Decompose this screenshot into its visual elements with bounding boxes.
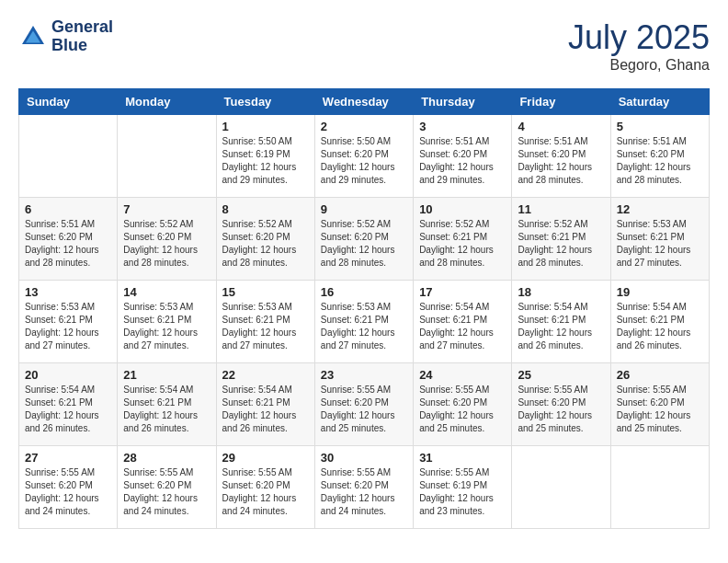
calendar-cell: 22Sunrise: 5:54 AM Sunset: 6:21 PM Dayli…: [216, 363, 314, 446]
title-block: July 2025 Begoro, Ghana: [568, 18, 710, 74]
calendar-cell: 25Sunrise: 5:55 AM Sunset: 6:20 PM Dayli…: [512, 363, 610, 446]
day-number: 9: [321, 202, 407, 216]
calendar-cell: [118, 115, 216, 198]
day-info: Sunrise: 5:53 AM Sunset: 6:21 PM Dayligh…: [123, 301, 210, 352]
calendar-body: 1Sunrise: 5:50 AM Sunset: 6:19 PM Daylig…: [19, 115, 710, 529]
day-number: 26: [617, 368, 703, 382]
day-info: Sunrise: 5:54 AM Sunset: 6:21 PM Dayligh…: [25, 384, 111, 435]
calendar: SundayMondayTuesdayWednesdayThursdayFrid…: [18, 88, 710, 529]
day-info: Sunrise: 5:54 AM Sunset: 6:21 PM Dayligh…: [518, 301, 604, 352]
day-info: Sunrise: 5:50 AM Sunset: 6:20 PM Dayligh…: [321, 135, 407, 187]
calendar-cell: 5Sunrise: 5:51 AM Sunset: 6:20 PM Daylig…: [610, 115, 709, 198]
day-number: 18: [518, 285, 604, 299]
day-info: Sunrise: 5:51 AM Sunset: 6:20 PM Dayligh…: [25, 218, 111, 270]
day-info: Sunrise: 5:53 AM Sunset: 6:21 PM Dayligh…: [321, 301, 407, 352]
calendar-cell: 8Sunrise: 5:52 AM Sunset: 6:20 PM Daylig…: [216, 198, 314, 281]
day-info: Sunrise: 5:53 AM Sunset: 6:21 PM Dayligh…: [617, 218, 703, 270]
calendar-cell: 14Sunrise: 5:53 AM Sunset: 6:21 PM Dayli…: [118, 281, 216, 363]
calendar-week-row: 6Sunrise: 5:51 AM Sunset: 6:20 PM Daylig…: [19, 198, 710, 281]
day-number: 29: [222, 451, 309, 465]
day-info: Sunrise: 5:52 AM Sunset: 6:20 PM Dayligh…: [321, 218, 407, 270]
calendar-cell: 28Sunrise: 5:55 AM Sunset: 6:20 PM Dayli…: [118, 446, 216, 529]
day-info: Sunrise: 5:53 AM Sunset: 6:21 PM Dayligh…: [222, 301, 309, 352]
weekday-header: Monday: [118, 89, 216, 115]
day-number: 14: [123, 285, 210, 299]
weekday-header: Saturday: [610, 89, 709, 115]
logo-text: General Blue: [51, 18, 113, 55]
day-number: 5: [617, 120, 703, 133]
day-info: Sunrise: 5:52 AM Sunset: 6:21 PM Dayligh…: [518, 218, 604, 270]
day-number: 28: [123, 451, 210, 465]
calendar-cell: 10Sunrise: 5:52 AM Sunset: 6:21 PM Dayli…: [414, 198, 512, 281]
calendar-week-row: 13Sunrise: 5:53 AM Sunset: 6:21 PM Dayli…: [19, 281, 710, 363]
calendar-cell: 4Sunrise: 5:51 AM Sunset: 6:20 PM Daylig…: [512, 115, 610, 198]
day-info: Sunrise: 5:54 AM Sunset: 6:21 PM Dayligh…: [419, 301, 506, 352]
calendar-cell: 6Sunrise: 5:51 AM Sunset: 6:20 PM Daylig…: [19, 198, 118, 281]
day-info: Sunrise: 5:54 AM Sunset: 6:21 PM Dayligh…: [617, 301, 703, 352]
logo: General Blue: [18, 18, 113, 55]
day-info: Sunrise: 5:54 AM Sunset: 6:21 PM Dayligh…: [123, 384, 210, 435]
calendar-cell: [19, 115, 118, 198]
month-title: July 2025: [568, 18, 710, 57]
day-number: 21: [123, 368, 210, 382]
day-number: 13: [25, 285, 111, 299]
day-info: Sunrise: 5:51 AM Sunset: 6:20 PM Dayligh…: [419, 135, 506, 187]
calendar-week-row: 1Sunrise: 5:50 AM Sunset: 6:19 PM Daylig…: [19, 115, 710, 198]
weekday-header-row: SundayMondayTuesdayWednesdayThursdayFrid…: [19, 89, 710, 115]
day-number: 17: [419, 285, 506, 299]
day-info: Sunrise: 5:55 AM Sunset: 6:20 PM Dayligh…: [518, 384, 604, 435]
day-info: Sunrise: 5:52 AM Sunset: 6:21 PM Dayligh…: [419, 218, 506, 270]
day-number: 24: [419, 368, 506, 382]
calendar-cell: 11Sunrise: 5:52 AM Sunset: 6:21 PM Dayli…: [512, 198, 610, 281]
calendar-cell: 16Sunrise: 5:53 AM Sunset: 6:21 PM Dayli…: [314, 281, 413, 363]
calendar-cell: 18Sunrise: 5:54 AM Sunset: 6:21 PM Dayli…: [512, 281, 610, 363]
calendar-cell: 26Sunrise: 5:55 AM Sunset: 6:20 PM Dayli…: [610, 363, 709, 446]
calendar-cell: 1Sunrise: 5:50 AM Sunset: 6:19 PM Daylig…: [216, 115, 314, 198]
day-info: Sunrise: 5:50 AM Sunset: 6:19 PM Dayligh…: [222, 135, 309, 187]
weekday-header: Sunday: [19, 89, 118, 115]
calendar-cell: 19Sunrise: 5:54 AM Sunset: 6:21 PM Dayli…: [610, 281, 709, 363]
day-info: Sunrise: 5:55 AM Sunset: 6:20 PM Dayligh…: [222, 466, 309, 518]
day-number: 2: [321, 120, 407, 133]
calendar-cell: [610, 446, 709, 529]
day-info: Sunrise: 5:55 AM Sunset: 6:20 PM Dayligh…: [25, 466, 111, 518]
day-info: Sunrise: 5:55 AM Sunset: 6:19 PM Dayligh…: [419, 466, 506, 518]
day-number: 3: [419, 120, 506, 133]
day-info: Sunrise: 5:55 AM Sunset: 6:20 PM Dayligh…: [123, 466, 210, 518]
day-number: 11: [518, 202, 604, 216]
day-number: 4: [518, 120, 604, 133]
day-number: 25: [518, 368, 604, 382]
calendar-cell: 17Sunrise: 5:54 AM Sunset: 6:21 PM Dayli…: [414, 281, 512, 363]
day-info: Sunrise: 5:55 AM Sunset: 6:20 PM Dayligh…: [321, 384, 407, 435]
day-info: Sunrise: 5:51 AM Sunset: 6:20 PM Dayligh…: [617, 135, 703, 187]
page-header: General Blue July 2025 Begoro, Ghana: [18, 18, 710, 74]
day-number: 23: [321, 368, 407, 382]
calendar-cell: 7Sunrise: 5:52 AM Sunset: 6:20 PM Daylig…: [118, 198, 216, 281]
day-number: 1: [222, 120, 309, 133]
day-number: 20: [25, 368, 111, 382]
calendar-cell: 9Sunrise: 5:52 AM Sunset: 6:20 PM Daylig…: [314, 198, 413, 281]
weekday-header: Wednesday: [314, 89, 413, 115]
calendar-cell: 27Sunrise: 5:55 AM Sunset: 6:20 PM Dayli…: [19, 446, 118, 529]
calendar-cell: 2Sunrise: 5:50 AM Sunset: 6:20 PM Daylig…: [314, 115, 413, 198]
day-info: Sunrise: 5:51 AM Sunset: 6:20 PM Dayligh…: [518, 135, 604, 187]
calendar-cell: 12Sunrise: 5:53 AM Sunset: 6:21 PM Dayli…: [610, 198, 709, 281]
calendar-cell: 20Sunrise: 5:54 AM Sunset: 6:21 PM Dayli…: [19, 363, 118, 446]
day-number: 7: [123, 202, 210, 216]
day-number: 6: [25, 202, 111, 216]
day-number: 19: [617, 285, 703, 299]
weekday-header: Thursday: [414, 89, 512, 115]
calendar-cell: 13Sunrise: 5:53 AM Sunset: 6:21 PM Dayli…: [19, 281, 118, 363]
day-number: 30: [321, 451, 407, 465]
day-number: 27: [25, 451, 111, 465]
day-info: Sunrise: 5:55 AM Sunset: 6:20 PM Dayligh…: [617, 384, 703, 435]
day-number: 15: [222, 285, 309, 299]
calendar-cell: [512, 446, 610, 529]
logo-icon: [18, 22, 48, 52]
day-number: 31: [419, 451, 506, 465]
day-number: 16: [321, 285, 407, 299]
weekday-header: Friday: [512, 89, 610, 115]
calendar-cell: 31Sunrise: 5:55 AM Sunset: 6:19 PM Dayli…: [414, 446, 512, 529]
calendar-cell: 24Sunrise: 5:55 AM Sunset: 6:20 PM Dayli…: [414, 363, 512, 446]
calendar-cell: 15Sunrise: 5:53 AM Sunset: 6:21 PM Dayli…: [216, 281, 314, 363]
